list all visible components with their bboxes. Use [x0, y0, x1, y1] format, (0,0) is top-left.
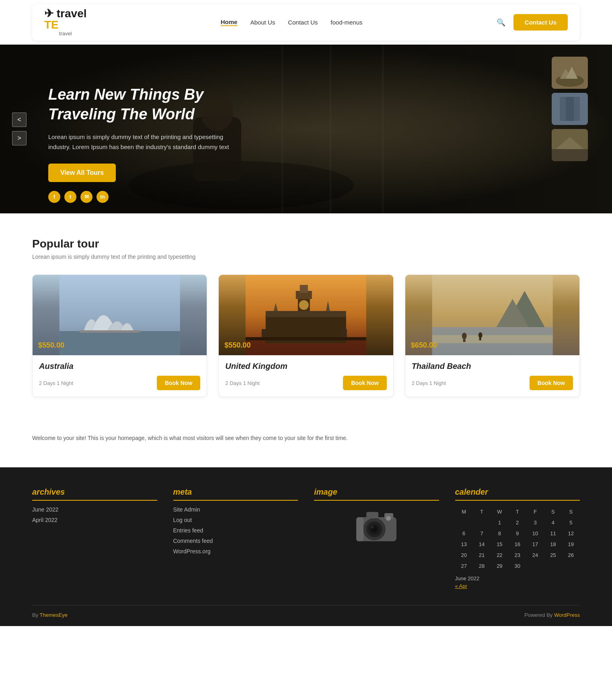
linkedin-icon[interactable]: in	[97, 191, 109, 203]
thumb-svg-3	[552, 129, 588, 161]
meta-logout[interactable]: Log out	[173, 517, 298, 523]
svg-point-50	[386, 516, 391, 521]
cal-day-3-0[interactable]: 20	[455, 550, 473, 561]
footer-credit-left: By ThemesEye	[32, 612, 68, 618]
contact-us-header-button[interactable]: Contact Us	[513, 14, 568, 31]
tour-duration-thailand: 2 Days 1 Night	[412, 380, 446, 386]
svg-point-47	[371, 526, 374, 528]
cal-day-4-3[interactable]: 30	[509, 561, 526, 571]
nav-about[interactable]: About Us	[250, 19, 275, 26]
archive-april2022[interactable]: April 2022	[32, 517, 157, 523]
cal-day-2-0[interactable]: 13	[455, 539, 473, 550]
hero-section: < > Learn New Things By Traveling The Wo…	[0, 45, 612, 213]
calendar-row-3: 20212223242526	[455, 550, 580, 561]
cal-day-3-6[interactable]: 26	[562, 550, 580, 561]
cal-day-4-0[interactable]: 27	[455, 561, 473, 571]
cal-day-2-1[interactable]: 14	[473, 539, 491, 550]
cal-day-2-4[interactable]: 17	[526, 539, 544, 550]
cal-day-1-4[interactable]: 10	[526, 528, 544, 539]
cal-day-1-2[interactable]: 8	[491, 528, 508, 539]
cal-day-3-5[interactable]: 25	[544, 550, 562, 561]
svg-rect-13	[566, 97, 574, 121]
cal-th-t1: T	[473, 506, 491, 517]
calendar-header-row: M T W T F S S	[455, 506, 580, 517]
cal-day-1-5[interactable]: 11	[544, 528, 562, 539]
view-tours-button[interactable]: View All Tours	[48, 164, 116, 182]
svg-rect-31	[262, 329, 267, 337]
cal-day-0-3[interactable]: 2	[509, 517, 526, 528]
calendar-prev-nav[interactable]: « Apr	[455, 583, 580, 589]
book-now-uk[interactable]: Book Now	[343, 376, 386, 390]
book-now-thailand[interactable]: Book Now	[530, 376, 573, 390]
twitter-icon[interactable]: t	[64, 191, 76, 203]
archive-june2022[interactable]: June 2022	[32, 506, 157, 513]
thumbnail-1[interactable]	[552, 57, 588, 89]
cal-day-1-0[interactable]: 6	[455, 528, 473, 539]
svg-rect-24	[300, 285, 308, 293]
cal-day-2-5[interactable]: 18	[544, 539, 562, 550]
cal-day-1-3[interactable]: 9	[509, 528, 526, 539]
thumb-svg-1	[552, 57, 588, 89]
book-now-australia[interactable]: Book Now	[157, 376, 200, 390]
tour-card-australia: $550.00 Australia 2 Days 1 Night Book No…	[32, 274, 207, 397]
cal-day-0-5[interactable]: 4	[544, 517, 562, 528]
hero-description: Lorean ipsum is simply dummy text of the…	[48, 132, 233, 152]
tour-price-australia: $550.00	[38, 341, 64, 350]
footer-image: image	[314, 487, 439, 589]
tour-footer-uk: 2 Days 1 Night Book Now	[225, 376, 386, 390]
calendar-body: 1234567891011121314151617181920212223242…	[455, 517, 580, 571]
cal-day-1-1[interactable]: 7	[473, 528, 491, 539]
cal-day-4-2[interactable]: 29	[491, 561, 508, 571]
tours-grid: $550.00 Australia 2 Days 1 Night Book No…	[32, 274, 580, 397]
footer-credit-right: Powered By WordPress	[524, 612, 580, 618]
meta-entries-feed[interactable]: Entries feed	[173, 527, 298, 534]
cal-day-3-1[interactable]: 21	[473, 550, 491, 561]
svg-rect-19	[80, 330, 140, 333]
tour-duration-uk: 2 Days 1 Night	[225, 380, 259, 386]
header-wrapper: ✈ travelTE travel Home About Us Contact …	[0, 0, 612, 45]
facebook-icon[interactable]: f	[48, 191, 60, 203]
cal-day-0-6[interactable]: 5	[562, 517, 580, 528]
cal-day-2-6[interactable]: 19	[562, 539, 580, 550]
nav-home[interactable]: Home	[221, 18, 238, 26]
camera-image	[314, 507, 439, 545]
welcome-text: Welcome to your site! This is your homep…	[32, 433, 580, 443]
meta-site-admin[interactable]: Site Admin	[173, 506, 298, 513]
social-icons: f t ✉ in	[48, 191, 233, 203]
cal-day-0-2[interactable]: 1	[491, 517, 508, 528]
cal-day-4-6	[562, 561, 580, 571]
cal-day-1-6[interactable]: 12	[562, 528, 580, 539]
cal-day-3-3[interactable]: 23	[509, 550, 526, 561]
cal-day-4-5	[544, 561, 562, 571]
logo[interactable]: ✈ travelTE travel	[44, 8, 87, 37]
cal-day-4-1[interactable]: 28	[473, 561, 491, 571]
svg-rect-15	[552, 149, 588, 161]
thumb-svg-2	[552, 93, 588, 125]
popular-subtitle: Lorean ipsum is simply dummy text of the…	[32, 254, 580, 260]
thumbnail-2[interactable]	[552, 93, 588, 125]
search-button[interactable]: 🔍	[497, 18, 505, 27]
header: ✈ travelTE travel Home About Us Contact …	[32, 4, 580, 41]
hero-heading: Learn New Things By Traveling The World	[48, 85, 233, 125]
email-icon[interactable]: ✉	[80, 191, 92, 203]
thumbnail-3[interactable]	[552, 129, 588, 161]
cal-day-3-2[interactable]: 22	[491, 550, 508, 561]
cal-day-4-4	[526, 561, 544, 571]
cal-day-2-3[interactable]: 16	[509, 539, 526, 550]
prev-arrow[interactable]: <	[12, 113, 27, 127]
cal-day-2-2[interactable]: 15	[491, 539, 508, 550]
cal-day-0-4[interactable]: 3	[526, 517, 544, 528]
footer-calendar: calender M T W T F S S	[455, 487, 580, 589]
cal-day-3-4[interactable]: 24	[526, 550, 544, 561]
calendar: M T W T F S S 12345678910111213141516171…	[455, 506, 580, 589]
tour-image-uk: $550.00	[219, 275, 393, 355]
nav-food[interactable]: food-menus	[331, 19, 362, 26]
next-arrow[interactable]: >	[12, 131, 27, 145]
tour-name-uk: United Kingdom	[225, 362, 386, 371]
svg-rect-30	[246, 337, 366, 340]
cal-th-s1: S	[544, 506, 562, 517]
meta-title: meta	[173, 487, 298, 501]
meta-wordpress[interactable]: WordPress.org	[173, 548, 298, 555]
meta-comments-feed[interactable]: Comments feed	[173, 538, 298, 544]
nav-contact[interactable]: Contact Us	[288, 19, 318, 26]
